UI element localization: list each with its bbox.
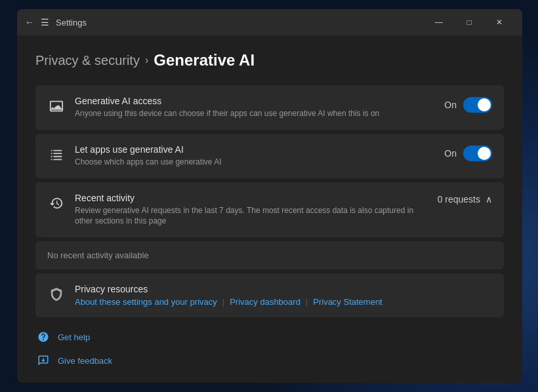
breadcrumb-chevron: › (145, 54, 148, 66)
card-text: Let apps use generative AI Choose which … (75, 144, 435, 168)
card-let-apps-use: Let apps use generative AI Choose which … (35, 134, 504, 178)
card-generative-ai-access: Generative AI access Anyone using this d… (35, 85, 504, 130)
minimize-button[interactable]: — (424, 12, 454, 33)
pipe-1: | (222, 297, 224, 307)
breadcrumb-current: Generative AI (154, 51, 255, 69)
activity-row: Recent activity Review generative AI req… (47, 193, 492, 227)
title-bar-left: ← ☰ Settings (25, 17, 87, 28)
requests-count: 0 requests (438, 194, 480, 205)
card-desc: Review generative AI requests in the las… (75, 205, 428, 227)
shield-icon (47, 285, 66, 304)
privacy-resources-title: Privacy resources (75, 284, 492, 294)
card-right: On (444, 146, 492, 161)
privacy-links: About these settings and your privacy | … (75, 297, 492, 307)
toggle-thumb (478, 98, 491, 111)
breadcrumb-parent[interactable]: Privacy & security (35, 53, 140, 68)
give-feedback-action[interactable]: Give feedback (35, 349, 504, 372)
card-recent-activity: Recent activity Review generative AI req… (35, 182, 504, 238)
generative-ai-access-toggle[interactable] (463, 97, 492, 113)
card-privacy-resources: Privacy resources About these settings a… (35, 273, 504, 317)
image-icon (47, 97, 66, 115)
card-text: Privacy resources About these settings a… (75, 284, 492, 307)
statement-link[interactable]: Privacy Statement (313, 297, 383, 307)
card-title: Let apps use generative AI (75, 144, 435, 155)
toggle-label-2: On (444, 148, 457, 159)
about-link[interactable]: About these settings and your privacy (75, 297, 217, 307)
pipe-2: | (306, 297, 308, 307)
hamburger-icon[interactable]: ☰ (41, 17, 49, 28)
back-button[interactable]: ← (25, 17, 34, 28)
close-button[interactable]: ✕ (484, 12, 514, 33)
history-icon (47, 194, 66, 212)
window-title: Settings (56, 18, 87, 28)
card-text: Generative AI access Anyone using this d… (75, 96, 435, 119)
content-area: Privacy & security › Generative AI Gener… (17, 35, 522, 320)
activity-right: 0 requests ∧ (438, 194, 492, 205)
card-title: Generative AI access (75, 96, 435, 106)
feedback-icon (35, 353, 51, 368)
breadcrumb: Privacy & security › Generative AI (35, 51, 504, 69)
card-text: Recent activity Review generative AI req… (75, 193, 428, 227)
apps-icon (47, 146, 66, 164)
settings-window: ← ☰ Settings — □ ✕ Privacy & security › … (17, 9, 522, 383)
maximize-button[interactable]: □ (454, 12, 484, 33)
card-row: Let apps use generative AI Choose which … (47, 144, 492, 168)
help-icon (35, 329, 51, 345)
dashboard-link[interactable]: Privacy dashboard (230, 297, 300, 307)
window-controls: — □ ✕ (424, 12, 514, 33)
chevron-up-icon[interactable]: ∧ (486, 194, 492, 205)
toggle-label-1: On (444, 100, 457, 110)
card-desc: Anyone using this device can choose if t… (75, 108, 435, 119)
card-title: Recent activity (75, 193, 428, 203)
card-right: On (444, 97, 492, 113)
let-apps-use-toggle[interactable] (463, 146, 492, 161)
card-row: Privacy resources About these settings a… (47, 284, 492, 307)
card-row: Generative AI access Anyone using this d… (47, 96, 492, 119)
bottom-actions: Get help Give feedback (17, 320, 522, 383)
get-help-action[interactable]: Get help (35, 325, 504, 349)
no-activity-card: No recent activity available (35, 241, 504, 269)
give-feedback-label: Give feedback (58, 356, 112, 366)
card-desc: Choose which apps can use generative AI (75, 157, 435, 168)
no-activity-text: No recent activity available (47, 250, 492, 260)
get-help-label: Get help (58, 332, 90, 342)
toggle-thumb (478, 147, 491, 160)
title-bar: ← ☰ Settings — □ ✕ (17, 9, 522, 35)
